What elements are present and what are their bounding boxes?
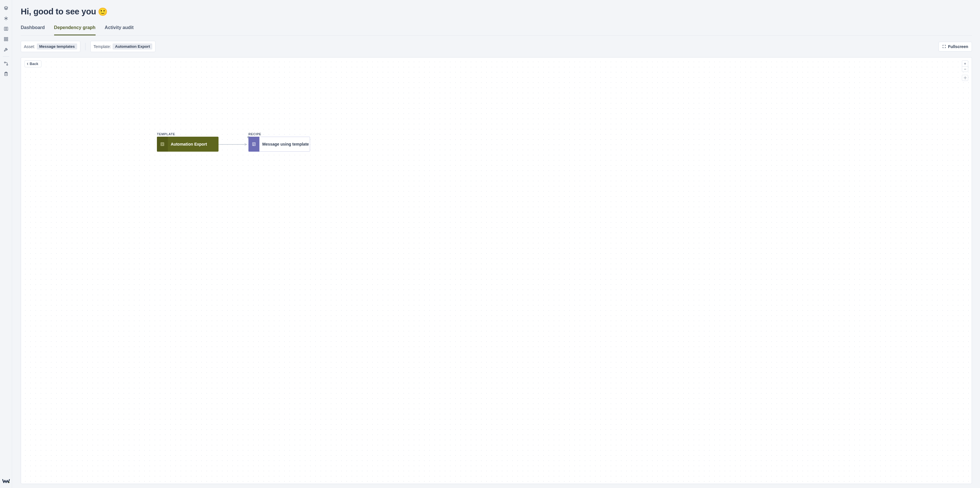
- column-label-template: TEMPLATE: [157, 132, 175, 136]
- template-icon: [160, 142, 165, 146]
- main-content: Hi, good to see you 🙂 Dashboard Dependen…: [12, 0, 980, 488]
- rail-item-logs[interactable]: [0, 69, 12, 79]
- tab-activity-audit[interactable]: Activity audit: [105, 25, 134, 35]
- left-rail: [0, 0, 12, 488]
- fullscreen-button[interactable]: Fullscreen: [939, 42, 972, 51]
- rail-item-library[interactable]: [0, 24, 12, 34]
- svg-rect-6: [4, 40, 6, 41]
- svg-rect-7: [6, 40, 8, 41]
- node-template-icon-box: [157, 137, 168, 152]
- clipboard-icon: [4, 72, 8, 76]
- rail-item-flows[interactable]: [0, 59, 12, 69]
- filter-separator: [85, 43, 86, 50]
- template-filter[interactable]: Template: Automation Export: [91, 41, 156, 52]
- node-recipe[interactable]: Message using template: [248, 137, 310, 152]
- rail-item-stacks[interactable]: [0, 3, 12, 13]
- smile-emoji: 🙂: [98, 7, 108, 16]
- stack-icon: [4, 6, 8, 10]
- tabs: Dashboard Dependency graph Activity audi…: [21, 25, 972, 36]
- template-filter-label: Template:: [94, 44, 111, 49]
- svg-rect-4: [4, 37, 6, 39]
- snowflake-icon: [4, 16, 8, 21]
- svg-rect-21: [162, 143, 163, 145]
- rail-item-dashboards[interactable]: [0, 34, 12, 44]
- graph-viewport: TEMPLATE RECIPE Automation Export Messag…: [21, 57, 972, 484]
- node-template-label: Automation Export: [168, 142, 207, 146]
- graph-canvas[interactable]: Back + − TEMPLATE RECIPE Automation Expo: [21, 57, 972, 484]
- edge-template-to-recipe: [218, 143, 248, 146]
- svg-rect-5: [6, 37, 8, 39]
- greeting-text: Hi, good to see you: [21, 7, 96, 16]
- grid-icon: [4, 37, 8, 41]
- node-recipe-icon-box: [248, 137, 259, 152]
- template-filter-value: Automation Export: [113, 43, 152, 49]
- node-template[interactable]: Automation Export: [157, 137, 218, 152]
- svg-point-9: [6, 64, 8, 65]
- svg-marker-0: [4, 6, 8, 8]
- tab-dashboard[interactable]: Dashboard: [21, 25, 45, 35]
- svg-point-14: [8, 482, 10, 483]
- fullscreen-icon: [942, 45, 946, 48]
- rail-separator: [3, 56, 9, 57]
- asset-filter[interactable]: Asset: Message templates: [21, 41, 80, 52]
- wrench-icon: [4, 47, 8, 52]
- document-icon: [251, 142, 256, 146]
- rail-item-integrations[interactable]: [0, 13, 12, 24]
- asset-filter-value: Message templates: [37, 43, 77, 49]
- page-title: Hi, good to see you 🙂: [21, 7, 972, 16]
- workato-logo: [2, 478, 10, 484]
- tab-dependency-graph[interactable]: Dependency graph: [54, 25, 95, 35]
- flow-icon: [4, 61, 8, 66]
- book-icon: [4, 27, 8, 31]
- node-recipe-label: Message using template: [259, 142, 309, 146]
- fullscreen-label: Fullscreen: [948, 44, 968, 49]
- asset-filter-label: Asset:: [24, 44, 35, 49]
- column-label-recipe: RECIPE: [248, 132, 261, 136]
- svg-point-8: [4, 62, 5, 63]
- filter-toolbar: Asset: Message templates Template: Autom…: [21, 41, 972, 52]
- rail-item-tools[interactable]: [0, 44, 12, 55]
- svg-rect-20: [161, 143, 164, 146]
